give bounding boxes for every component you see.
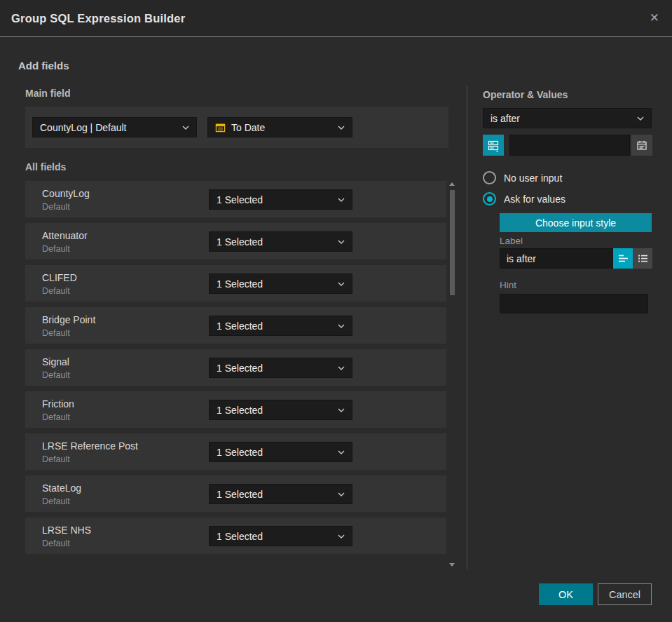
dialog-title: Group SQL Expression Builder <box>11 0 185 36</box>
scroll-up-icon[interactable] <box>449 182 455 186</box>
field-name: LRSE NHS <box>42 525 91 536</box>
chevron-down-icon <box>338 240 345 244</box>
field-type-label: Default <box>42 244 70 254</box>
radio-no-user-input-label: No user input <box>504 173 562 184</box>
field-selection-dropdown[interactable]: 1 Selected <box>209 316 352 336</box>
field-name: Attenuator <box>42 230 88 241</box>
hint-input[interactable] <box>500 294 648 313</box>
list-style-toggle[interactable] <box>633 248 652 269</box>
all-fields-list: CountyLog Default 1 Selected Attenuator … <box>25 181 446 560</box>
calendar-icon <box>215 122 226 133</box>
operator-values-heading: Operator & Values <box>483 89 568 100</box>
field-selection-dropdown[interactable]: 1 Selected <box>209 484 352 504</box>
field-name: Bridge Point <box>42 314 95 325</box>
scroll-down-icon[interactable] <box>449 563 455 567</box>
chevron-down-icon <box>338 450 345 454</box>
field-selection-value: 1 Selected <box>217 405 334 416</box>
field-row: Attenuator Default 1 Selected <box>25 223 446 259</box>
field-name: CLIFED <box>42 272 77 283</box>
stacked-rows-icon <box>487 139 500 152</box>
field-name: StateLog <box>42 482 81 494</box>
scrollbar-thumb[interactable] <box>450 190 455 295</box>
field-row: LRSE Reference Post Default 1 Selected <box>25 433 446 470</box>
field-row: CLIFED Default 1 Selected <box>25 265 446 302</box>
field-type-label: Default <box>42 496 70 506</box>
field-type-label: Default <box>42 202 70 212</box>
field-selection-value: 1 Selected <box>217 531 334 542</box>
dialog-title-bar: Group SQL Expression Builder ✕ <box>0 0 672 37</box>
field-selection-value: 1 Selected <box>217 194 334 205</box>
ok-button[interactable]: OK <box>539 583 593 605</box>
field-selection-value: 1 Selected <box>217 447 334 458</box>
field-name: Friction <box>42 398 74 410</box>
chevron-down-icon <box>338 198 345 202</box>
radio-ask-for-values[interactable]: Ask for values <box>483 192 565 205</box>
chevron-down-icon <box>338 492 345 496</box>
main-field-dropdown-value: CountyLog | Default <box>40 122 178 133</box>
chevron-down-icon <box>182 126 189 130</box>
operator-dropdown-value: is after <box>491 113 633 124</box>
field-selection-dropdown[interactable]: 1 Selected <box>209 273 352 294</box>
field-type-label: Default <box>42 286 70 296</box>
single-value-style-toggle[interactable] <box>613 248 633 269</box>
chevron-down-icon <box>338 408 345 412</box>
align-left-icon <box>618 254 629 263</box>
main-field-panel: CountyLog | Default To Date <box>25 107 448 148</box>
field-name: Signal <box>42 356 69 367</box>
main-field-heading: Main field <box>25 88 71 99</box>
field-selection-value: 1 Selected <box>217 320 334 332</box>
chevron-down-icon <box>637 116 644 121</box>
close-icon[interactable]: ✕ <box>647 0 662 36</box>
chevron-down-icon <box>338 366 345 370</box>
date-field-dropdown-value: To Date <box>231 122 334 133</box>
label-input[interactable] <box>500 248 613 269</box>
chevron-down-icon <box>338 324 345 328</box>
add-fields-heading: Add fields <box>18 60 69 72</box>
chevron-down-icon <box>338 282 345 286</box>
all-fields-heading: All fields <box>25 161 66 173</box>
field-selection-value: 1 Selected <box>217 363 334 374</box>
radio-circle-icon <box>483 171 496 184</box>
hint-field-label: Hint <box>500 280 516 290</box>
field-selection-value: 1 Selected <box>217 236 334 248</box>
date-value-input[interactable] <box>509 135 630 156</box>
date-field-dropdown[interactable]: To Date <box>207 117 352 137</box>
main-field-dropdown[interactable]: CountyLog | Default <box>32 117 197 137</box>
bullet-list-icon <box>638 254 648 263</box>
radio-no-user-input[interactable]: No user input <box>483 171 562 184</box>
field-selection-dropdown[interactable]: 1 Selected <box>209 526 352 546</box>
field-selection-dropdown[interactable]: 1 Selected <box>209 189 352 210</box>
field-selection-dropdown[interactable]: 1 Selected <box>209 231 352 252</box>
field-type-label: Default <box>42 454 70 464</box>
field-name: CountyLog <box>42 188 90 199</box>
radio-selected-icon <box>483 192 496 205</box>
field-row: StateLog Default 1 Selected <box>25 475 446 512</box>
field-type-label: Default <box>42 539 70 548</box>
field-type-label: Default <box>42 412 70 422</box>
calendar-icon <box>636 140 647 151</box>
vertical-divider <box>467 86 467 569</box>
field-name: LRSE Reference Post <box>42 440 138 452</box>
field-row: Signal Default 1 Selected <box>25 349 446 386</box>
field-selection-dropdown[interactable]: 1 Selected <box>209 442 352 462</box>
field-row: LRSE NHS Default 1 Selected <box>25 518 446 554</box>
field-selection-dropdown[interactable]: 1 Selected <box>209 400 352 420</box>
operator-dropdown[interactable]: is after <box>483 108 652 128</box>
choose-input-style-button[interactable]: Choose input style <box>500 213 652 232</box>
field-selection-value: 1 Selected <box>217 278 334 290</box>
cancel-button[interactable]: Cancel <box>598 583 652 605</box>
field-row: Bridge Point Default 1 Selected <box>25 307 446 344</box>
label-field-label: Label <box>500 236 523 246</box>
field-row: Friction Default 1 Selected <box>25 391 446 428</box>
field-selection-dropdown[interactable]: 1 Selected <box>209 358 352 378</box>
chevron-down-icon <box>338 126 345 130</box>
field-type-label: Default <box>42 328 70 338</box>
field-selection-value: 1 Selected <box>217 489 334 500</box>
field-type-label: Default <box>42 370 70 380</box>
date-input-type-button[interactable] <box>483 135 504 156</box>
fields-scrollbar[interactable] <box>449 181 455 568</box>
chevron-down-icon <box>338 534 345 539</box>
date-picker-button[interactable] <box>631 135 652 156</box>
field-row: CountyLog Default 1 Selected <box>25 181 446 217</box>
radio-ask-for-values-label: Ask for values <box>504 194 565 205</box>
